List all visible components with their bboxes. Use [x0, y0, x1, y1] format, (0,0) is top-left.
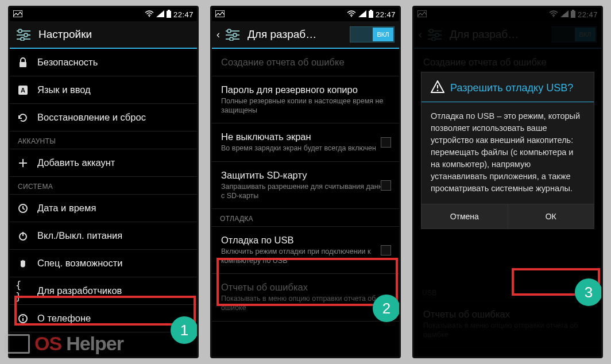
settings-item-backup-reset[interactable]: Восстановление и сброс — [10, 104, 197, 131]
svg-text:A: A — [21, 87, 25, 94]
settings-item-power[interactable]: Вкл./Выкл. питания — [10, 222, 197, 250]
item-label: Не выключать экран — [221, 131, 391, 142]
item-sub: Полные резервные копии в настоящее время… — [221, 97, 391, 115]
svg-rect-3 — [167, 11, 171, 18]
svg-point-23 — [351, 16, 352, 17]
cancel-button[interactable]: Отмена — [421, 204, 508, 229]
back-icon[interactable]: ‹ — [216, 29, 220, 41]
settings-item-developer-options[interactable]: { } Для разработчиков — [10, 277, 197, 305]
item-label: Отчеты об ошибках — [221, 282, 391, 293]
power-icon — [16, 229, 30, 243]
item-label: Пароль для резервного копиро — [221, 84, 391, 95]
svg-point-10 — [21, 37, 24, 41]
item-protect-sd[interactable]: Защитить SD-карту Запрашивать разрешение… — [212, 162, 399, 209]
plus-icon — [16, 156, 30, 171]
signal-icon — [358, 10, 366, 19]
phone-screen-3: 22:47 ‹ Для разраб… ВКЛ Создание отчета … — [412, 6, 603, 358]
settings-item-datetime[interactable]: Дата и время — [10, 195, 197, 222]
svg-marker-24 — [358, 10, 366, 17]
header-title: Настройки — [38, 28, 192, 41]
settings-sliders-icon — [223, 26, 242, 42]
checkbox[interactable] — [381, 137, 391, 148]
svg-rect-11 — [20, 62, 26, 67]
braces-icon: { } — [16, 284, 30, 299]
warning-icon — [431, 80, 444, 96]
item-label: Отладка по USB — [221, 235, 391, 246]
clock-icon — [16, 201, 30, 216]
phone-screen-1: 22:47 Настройки Безопасность A Язык и вв… — [8, 6, 199, 358]
picture-icon — [215, 10, 225, 19]
picture-icon — [13, 10, 22, 19]
item-sub: Включить режим отладки при подключении к… — [221, 247, 391, 265]
status-bar: 22:47 — [212, 7, 399, 21]
svg-point-30 — [233, 33, 237, 37]
clock-time: 22:47 — [173, 10, 194, 19]
item-sub: Во время зарядки экран будет всегда вклю… — [221, 144, 391, 153]
item-label: Добавить аккаунт — [37, 157, 189, 168]
lock-icon — [16, 55, 30, 70]
signal-icon — [156, 10, 164, 19]
svg-point-8 — [24, 33, 28, 37]
item-label: Безопасность — [37, 57, 189, 68]
item-label: О телефоне — [37, 313, 189, 324]
svg-marker-2 — [156, 10, 164, 17]
svg-rect-25 — [369, 11, 373, 18]
item-label: Защитить SD-карту — [221, 170, 391, 181]
wifi-icon — [347, 10, 356, 19]
usb-debug-dialog: Разрешить отладку USB? Отладка по USB – … — [421, 72, 594, 229]
svg-point-28 — [227, 29, 231, 33]
status-bar: 22:47 — [10, 7, 197, 21]
toggle-knob: ВКЛ — [373, 28, 393, 41]
section-header-system: СИСТЕМА — [10, 177, 197, 195]
svg-point-46 — [437, 90, 439, 91]
wifi-icon — [145, 10, 154, 19]
checkbox[interactable] — [381, 245, 391, 255]
item-bug-reports-menu[interactable]: Отчеты об ошибках Показывать в меню опци… — [212, 274, 399, 321]
battery-icon — [167, 10, 171, 20]
hand-icon — [16, 256, 30, 271]
item-label: Для разработчиков — [37, 285, 189, 296]
settings-item-add-account[interactable]: Добавить аккаунт — [10, 149, 197, 177]
item-label: Спец. возможности — [37, 258, 189, 269]
svg-rect-22 — [215, 10, 225, 17]
section-header-accounts: АККАУНТЫ — [10, 131, 197, 149]
item-sub: Показывать в меню опцию отправки отчета … — [221, 295, 391, 312]
item-label: Создание отчета об ошибке — [221, 57, 391, 68]
svg-point-21 — [22, 316, 24, 317]
developer-options-list[interactable]: Создание отчета об ошибке Пароль для рез… — [212, 49, 399, 357]
settings-sliders-icon — [14, 26, 33, 42]
item-label: Вкл./Выкл. питания — [37, 230, 189, 241]
header-bar[interactable]: ‹ Для разраб… ВКЛ — [212, 21, 399, 49]
restore-icon — [16, 110, 30, 125]
section-header-debug: ОТЛАДКА — [212, 209, 399, 227]
dialog-body: Отладка по USB – это режим, который позв… — [421, 102, 594, 204]
settings-item-accessibility[interactable]: Спец. возможности — [10, 250, 197, 277]
phone-screen-2: 22:47 ‹ Для разраб… ВКЛ Создание отчета … — [210, 6, 401, 358]
dialog-title: Разрешить отладку USB? — [450, 82, 573, 95]
item-usb-debugging[interactable]: Отладка по USB Включить режим отладки пр… — [212, 227, 399, 274]
item-label: Язык и ввод — [37, 84, 189, 95]
svg-rect-0 — [13, 10, 22, 17]
svg-rect-26 — [370, 10, 372, 11]
ok-button[interactable]: ОК — [508, 204, 594, 229]
master-toggle[interactable]: ВКЛ — [350, 26, 395, 42]
item-backup-password[interactable]: Пароль для резервного копиро Полные резе… — [212, 76, 399, 123]
header-title: Для разраб… — [248, 28, 344, 41]
header-bar: Настройки — [10, 21, 197, 49]
info-icon — [16, 311, 30, 326]
settings-item-language[interactable]: A Язык и ввод — [10, 76, 197, 104]
checkbox[interactable] — [381, 180, 391, 191]
item-bug-report[interactable]: Создание отчета об ошибке — [212, 49, 399, 76]
item-label: Дата и время — [37, 203, 189, 214]
lang-icon: A — [16, 83, 30, 98]
settings-item-security[interactable]: Безопасность — [10, 49, 197, 76]
battery-icon — [369, 10, 373, 20]
item-stay-awake[interactable]: Не выключать экран Во время зарядки экра… — [212, 123, 399, 162]
item-sub: Запрашивать разрешение для считывания да… — [221, 183, 391, 200]
settings-list[interactable]: Безопасность A Язык и ввод Восстановлени… — [10, 49, 197, 357]
svg-rect-4 — [168, 10, 170, 11]
svg-point-32 — [230, 37, 233, 41]
clock-time: 22:47 — [376, 10, 396, 19]
settings-item-about-phone[interactable]: О телефоне — [10, 305, 197, 332]
item-label: Восстановление и сброс — [37, 112, 189, 123]
